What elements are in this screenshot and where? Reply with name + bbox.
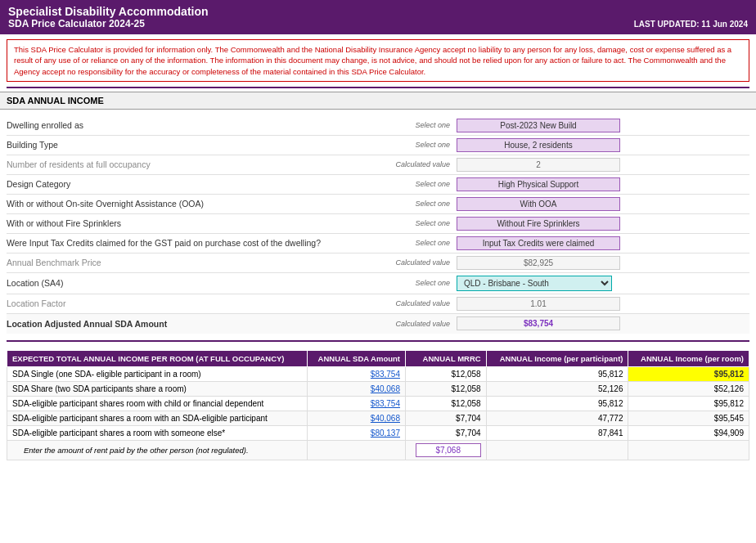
- calc-residents: 2: [457, 158, 620, 172]
- value-dwelling: Post-2023 New Build: [457, 119, 749, 132]
- value-residents: 2: [457, 158, 749, 172]
- col-header-per-participant: ANNUAL Income (per participant): [486, 350, 628, 366]
- cell-mrrc: $12,058: [406, 396, 487, 411]
- label-ooa: With or without On-site Overnight Assist…: [7, 199, 383, 209]
- col-header-description: EXPECTED TOTAL ANNUAL INCOME PER ROOM (A…: [7, 350, 308, 366]
- hint-sprinklers: Select one: [383, 219, 457, 227]
- cell-label: SDA-eligible participant shares a room w…: [7, 411, 308, 425]
- value-ooa: With OOA: [457, 197, 749, 211]
- label-benchmark: Annual Benchmark Price: [7, 258, 383, 267]
- rent-pp: [486, 440, 628, 460]
- col-header-per-room: ANNUAL Income (per room): [628, 350, 749, 366]
- table-row: SDA Single (one SDA- eligible participan…: [7, 366, 749, 381]
- value-sprinklers: Without Fire Sprinklers: [457, 217, 749, 231]
- cell-sda[interactable]: $80,137: [307, 425, 405, 440]
- form-row-location: Location (SA4) Select one QLD - Brisbane…: [7, 273, 749, 294]
- cell-sda[interactable]: $83,754: [307, 366, 405, 381]
- value-adjusted: $83,754: [457, 316, 749, 330]
- section-title: SDA ANNUAL INCOME: [0, 92, 756, 110]
- label-sprinklers: With or without Fire Sprinklers: [7, 218, 383, 228]
- cell-per-room: $95,812: [628, 396, 749, 411]
- cell-mrrc: $12,058: [406, 381, 487, 396]
- table-row: SDA-eligible participant shares a room w…: [7, 425, 749, 440]
- form-row-ooa: With or without On-site Overnight Assist…: [7, 195, 749, 214]
- select-building-type[interactable]: House, 2 residents: [457, 138, 620, 152]
- label-residents: Number of residents at full occupancy: [7, 159, 383, 169]
- hint-tax: Select one: [383, 239, 457, 247]
- form-row-tax: Were Input Tax Credits claimed for the G…: [7, 234, 749, 254]
- calc-adjusted: $83,754: [457, 316, 620, 330]
- cell-mrrc: $12,058: [406, 366, 487, 381]
- rent-mrrc: [406, 440, 487, 460]
- rent-sda: [307, 440, 405, 460]
- income-table: EXPECTED TOTAL ANNUAL INCOME PER ROOM (A…: [7, 350, 749, 460]
- label-dwelling: Dwelling enrolled as: [7, 120, 383, 130]
- rent-input[interactable]: [416, 443, 481, 457]
- divider: [7, 87, 749, 88]
- cell-per-participant: 95,812: [486, 366, 628, 381]
- label-design: Design Category: [7, 179, 383, 189]
- value-building-type: House, 2 residents: [457, 138, 749, 152]
- cell-label: SDA-eligible participant shares a room w…: [7, 425, 308, 440]
- label-location-factor: Location Factor: [7, 298, 383, 308]
- cell-label: SDA-eligible participant shares room wit…: [7, 396, 308, 411]
- cell-per-room: $95,545: [628, 411, 749, 425]
- form-row-sprinklers: With or without Fire Sprinklers Select o…: [7, 214, 749, 234]
- hint-location-factor: Calculated value: [383, 299, 457, 307]
- table-section: EXPECTED TOTAL ANNUAL INCOME PER ROOM (A…: [0, 345, 756, 465]
- calc-location-factor: 1.01: [457, 297, 620, 311]
- cell-sda[interactable]: $40,068: [307, 411, 405, 425]
- app-title: Specialist Disability Accommodation: [8, 5, 748, 18]
- col-header-sda: ANNUAL SDA Amount: [307, 350, 405, 366]
- divider2: [7, 340, 749, 342]
- cell-mrrc: $7,704: [406, 411, 487, 425]
- app-subtitle: SDA Price Calculator 2024-25 LAST UPDATE…: [8, 18, 748, 29]
- form-row-building-type: Building Type Select one House, 2 reside…: [7, 136, 749, 155]
- table-row: SDA-eligible participant shares a room w…: [7, 411, 749, 425]
- header: Specialist Disability Accommodation SDA …: [0, 0, 756, 34]
- label-building-type: Building Type: [7, 140, 383, 150]
- hint-residents: Calculated value: [383, 160, 457, 168]
- label-tax: Were Input Tax Credits claimed for the G…: [7, 238, 383, 248]
- form-row-dwelling: Dwelling enrolled as Select one Post-202…: [7, 116, 749, 136]
- rent-label: Enter the amount of rent paid by the oth…: [7, 440, 308, 460]
- hint-adjusted: Calculated value: [383, 320, 457, 328]
- cell-per-room: $95,812: [628, 366, 749, 381]
- form-row-adjusted: Location Adjusted Annual SDA Amount Calc…: [7, 314, 749, 334]
- select-dwelling[interactable]: Post-2023 New Build: [457, 119, 620, 132]
- cell-per-room: $94,909: [628, 425, 749, 440]
- value-location: QLD - Brisbane - South: [457, 276, 749, 291]
- rent-pr: [628, 440, 749, 460]
- cell-per-participant: 52,126: [486, 381, 628, 396]
- cell-sda[interactable]: $40,068: [307, 381, 405, 396]
- hint-location: Select one: [383, 279, 457, 287]
- table-row: SDA Share (two SDA participants share a …: [7, 381, 749, 396]
- hint-ooa: Select one: [383, 200, 457, 208]
- form-area: Dwelling enrolled as Select one Post-202…: [0, 113, 756, 337]
- value-location-factor: 1.01: [457, 297, 749, 311]
- cell-sda[interactable]: $83,754: [307, 396, 405, 411]
- cell-per-room: $52,126: [628, 381, 749, 396]
- cell-per-participant: 47,772: [486, 411, 628, 425]
- select-sprinklers[interactable]: Without Fire Sprinklers: [457, 217, 620, 231]
- col-header-mrrc: ANNUAL MRRC: [406, 350, 487, 366]
- select-tax[interactable]: Input Tax Credits were claimed: [457, 236, 620, 250]
- form-row-residents: Number of residents at full occupancy Ca…: [7, 155, 749, 175]
- disclaimer: This SDA Price Calculator is provided fo…: [7, 39, 749, 82]
- value-tax: Input Tax Credits were claimed: [457, 236, 749, 250]
- table-row: SDA-eligible participant shares room wit…: [7, 396, 749, 411]
- select-ooa[interactable]: With OOA: [457, 197, 620, 211]
- cell-mrrc: $7,704: [406, 425, 487, 440]
- label-location: Location (SA4): [7, 278, 383, 288]
- select-design[interactable]: High Physical Support: [457, 177, 620, 191]
- label-adjusted: Location Adjusted Annual SDA Amount: [7, 319, 383, 329]
- cell-label: SDA Share (two SDA participants share a …: [7, 381, 308, 396]
- hint-building-type: Select one: [383, 141, 457, 149]
- form-row-benchmark: Annual Benchmark Price Calculated value …: [7, 254, 749, 273]
- select-location[interactable]: QLD - Brisbane - South: [457, 276, 612, 291]
- cell-per-participant: 95,812: [486, 396, 628, 411]
- hint-benchmark: Calculated value: [383, 258, 457, 267]
- hint-dwelling: Select one: [383, 121, 457, 129]
- form-row-design: Design Category Select one High Physical…: [7, 175, 749, 195]
- cell-label: SDA Single (one SDA- eligible participan…: [7, 366, 308, 381]
